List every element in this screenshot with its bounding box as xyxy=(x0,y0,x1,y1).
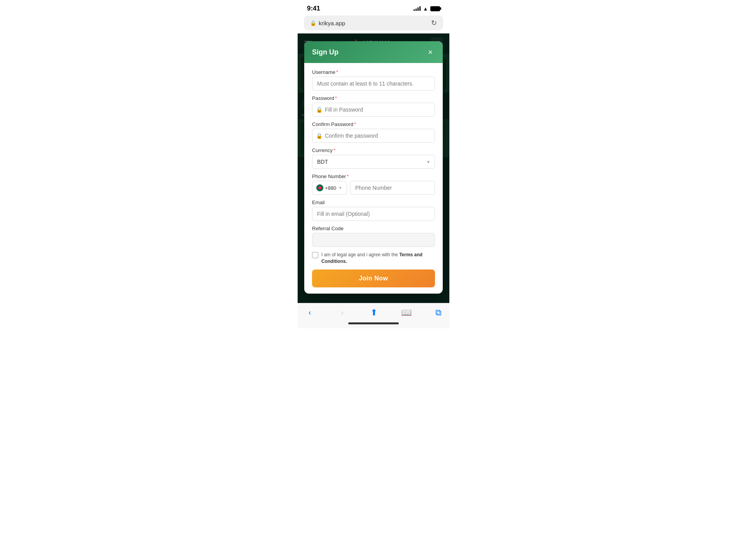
email-label: Email xyxy=(312,200,435,205)
terms-text: I am of legal age and i agree with the T… xyxy=(321,252,435,265)
url-text: krikya.app xyxy=(319,20,345,26)
confirm-password-input-wrapper: 🔒 xyxy=(312,129,435,143)
home-indicator xyxy=(298,320,449,328)
country-code-text: +880 xyxy=(325,185,336,191)
password-required: * xyxy=(335,95,337,101)
home-indicator-bar xyxy=(348,322,399,324)
status-icons: ▲ xyxy=(414,6,440,12)
referral-code-group: Referral Code xyxy=(312,226,435,247)
referral-code-input[interactable] xyxy=(312,233,435,247)
phone-frame: 9:41 ▲ 🔒 krikya.app ↻ 🔥 KRIKYA xyxy=(298,0,449,328)
password-input[interactable] xyxy=(312,103,435,117)
username-input[interactable] xyxy=(312,77,435,91)
confirm-password-label: Confirm Password* xyxy=(312,121,435,127)
username-required: * xyxy=(336,69,338,75)
bookmarks-button[interactable]: 📖 xyxy=(401,308,412,318)
app-background: 🔥 KRIKYA 💬 REFERRAL REFERRAL 1,000,000 C… xyxy=(298,33,449,303)
wifi-icon: ▲ xyxy=(423,6,428,12)
confirm-password-input[interactable] xyxy=(312,129,435,143)
confirm-password-group: Confirm Password* 🔒 xyxy=(312,121,435,143)
referral-code-label: Referral Code xyxy=(312,226,435,231)
password-group: Password* 🔒 xyxy=(312,95,435,117)
signup-modal: Sign Up × Username* Passw xyxy=(304,41,443,294)
battery-icon xyxy=(430,6,440,11)
email-group: Email xyxy=(312,200,435,221)
safari-bottom-bar: ‹ › ⬆ 📖 ⧉ xyxy=(298,303,449,320)
phone-label: Phone Number* xyxy=(312,173,435,179)
signal-bars-icon xyxy=(414,6,421,11)
password-label: Password* xyxy=(312,95,435,101)
modal-close-button[interactable]: × xyxy=(426,47,435,57)
join-now-button[interactable]: Join Now xyxy=(312,270,435,287)
status-bar: 9:41 ▲ xyxy=(298,0,449,16)
tabs-button[interactable]: ⧉ xyxy=(435,308,442,318)
lock-password-icon: 🔒 xyxy=(316,107,323,113)
phone-required: * xyxy=(347,173,349,179)
bangladesh-flag-icon xyxy=(316,184,323,191)
password-input-wrapper: 🔒 xyxy=(312,103,435,117)
phone-row: +880 ▼ xyxy=(312,181,435,195)
modal-body: Username* Password* 🔒 xyxy=(304,63,443,294)
phone-group: Phone Number* +880 ▼ xyxy=(312,173,435,195)
refresh-icon[interactable]: ↻ xyxy=(431,19,437,27)
back-button[interactable]: ‹ xyxy=(305,306,314,318)
username-group: Username* xyxy=(312,69,435,91)
currency-required: * xyxy=(333,147,335,153)
lock-icon: 🔒 xyxy=(310,20,316,26)
forward-button[interactable]: › xyxy=(338,306,347,318)
url-bar[interactable]: 🔒 krikya.app ↻ xyxy=(304,16,443,30)
share-button[interactable]: ⬆ xyxy=(370,308,377,318)
currency-select[interactable]: BDT USD EUR xyxy=(312,155,435,169)
modal-header: Sign Up × xyxy=(304,41,443,63)
url-content: 🔒 krikya.app xyxy=(310,20,345,26)
country-code-selector[interactable]: +880 ▼ xyxy=(312,181,347,195)
modal-overlay: Sign Up × Username* Passw xyxy=(298,33,449,303)
confirm-password-required: * xyxy=(354,121,356,127)
country-dropdown-arrow-icon: ▼ xyxy=(338,186,342,190)
modal-title: Sign Up xyxy=(312,48,338,56)
terms-row: I am of legal age and i agree with the T… xyxy=(312,252,435,265)
lock-confirm-icon: 🔒 xyxy=(316,133,323,139)
status-time: 9:41 xyxy=(307,5,320,12)
username-label: Username* xyxy=(312,69,435,75)
email-input[interactable] xyxy=(312,207,435,221)
phone-number-input[interactable] xyxy=(350,181,435,195)
currency-label: Currency* xyxy=(312,147,435,153)
currency-group: Currency* BDT USD EUR xyxy=(312,147,435,169)
terms-checkbox[interactable] xyxy=(312,252,318,258)
currency-select-wrapper: BDT USD EUR xyxy=(312,155,435,169)
